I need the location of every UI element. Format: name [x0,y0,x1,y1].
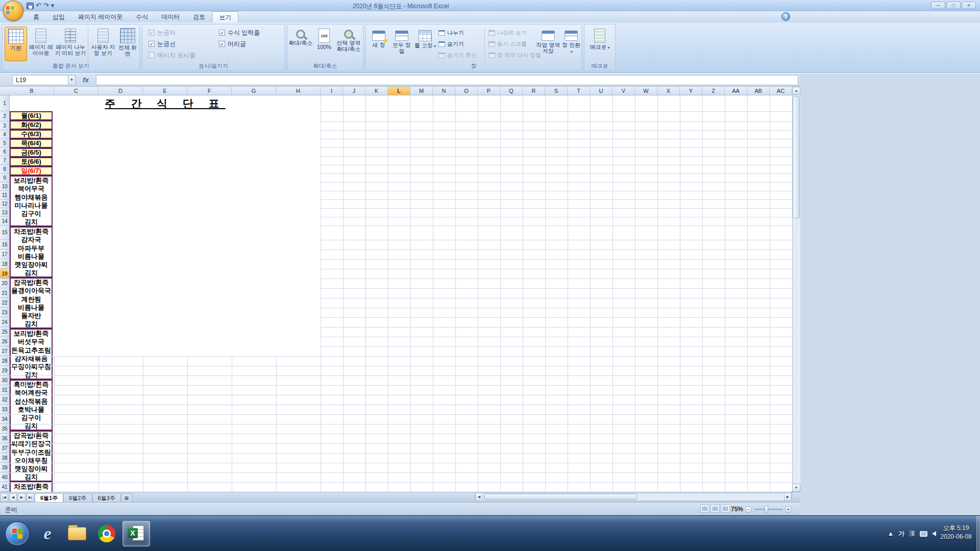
scroll-up-icon[interactable]: ▲ [792,87,800,95]
menu-cell[interactable]: 호박나물 [11,406,52,414]
row-header-2[interactable]: 2 [0,111,9,121]
menu-cell[interactable]: 햄야채볶음 [11,193,52,202]
zoom-out-icon[interactable]: − [745,506,752,513]
row-header-19[interactable]: 19 [0,269,9,279]
reset-window-position-button[interactable]: 창 위치 다시 정렬 [488,50,541,60]
page-layout-view-icon[interactable] [710,505,720,513]
menu-cell[interactable]: 오이채무침 [11,457,52,465]
checkbox-ruler[interactable]: ✓눈금자 [149,29,176,37]
column-header-W[interactable]: W [635,87,657,95]
tab-formulas[interactable]: 수식 [129,11,155,22]
page-layout-view-button[interactable]: 페이지 레이아웃 [28,27,54,61]
menu-cell[interactable]: 비름나물 [11,304,52,312]
first-sheet-icon[interactable]: |◀ [1,493,8,502]
row-header-4[interactable]: 4 [0,130,9,139]
full-screen-button[interactable]: 전체 화면 [117,27,138,61]
row-header-9[interactable]: 9 [0,173,9,182]
checkbox-headings[interactable]: ✓머리글 [219,40,246,48]
display-tray-icon[interactable] [920,531,927,537]
page-break-view-icon[interactable] [721,505,730,513]
day-header-cell[interactable]: 목(6/4) [10,139,53,148]
day-header-cell[interactable]: 수(6/3) [10,130,53,139]
sheet-tab-1[interactable]: 6월1주 [35,493,63,503]
menu-cell[interactable]: 북어계란국 [11,389,52,397]
menu-cell[interactable]: 감자국 [11,236,52,244]
horizontal-scrollbar[interactable]: ◀ ▶ [475,493,792,501]
show-desktop-button[interactable] [976,516,980,551]
taskbar-clock[interactable]: 오후 5:19 2020-06-08 [937,524,975,541]
column-header-U[interactable]: U [590,87,612,95]
day-header-cell[interactable]: 금(6/5) [10,148,53,157]
sheet-tab-3[interactable]: 6월3주 [92,493,121,503]
menu-cell[interactable]: 깻잎장아찌 [11,261,52,269]
row-header-12[interactable]: 12 [0,199,9,208]
tab-view[interactable]: 보기 [212,11,238,22]
day-header-cell[interactable]: 일(6/7) [10,166,53,176]
column-header-AA[interactable]: AA [725,87,747,95]
new-window-button[interactable]: 새 창 [368,27,389,61]
breakfast-block[interactable]: 흑미밥/흰죽북어계란국섭산적볶음호박나물김구이김치 [10,380,53,431]
menu-cell[interactable]: 두부구이조림 [11,448,52,457]
zoom-in-icon[interactable]: + [785,506,792,513]
row-header-32[interactable]: 32 [0,395,9,405]
row-header-7[interactable]: 7 [0,156,9,165]
redo-button[interactable]: ↷ [43,2,49,10]
save-workspace-button[interactable]: 작업 영역 저장 [535,27,561,61]
scroll-right-icon[interactable]: ▶ [784,493,792,500]
vertical-scroll-thumb[interactable] [793,96,800,218]
column-header-L[interactable]: L [388,87,410,95]
day-header-cell[interactable]: 월(6/1) [10,111,53,120]
taskbar-excel-active[interactable]: X [122,521,150,546]
menu-cell[interactable]: 북어무국 [11,185,52,193]
day-header-cell[interactable]: 화(6/2) [10,120,53,130]
column-header-T[interactable]: T [568,87,590,95]
last-sheet-icon[interactable]: ▶| [27,493,34,502]
column-header-C[interactable]: C [54,87,99,95]
freeze-panes-button[interactable]: 틀 고정▾ [414,27,436,61]
column-header-AC[interactable]: AC [770,87,792,95]
help-icon[interactable]: ? [781,12,790,21]
row-header-17[interactable]: 17 [0,249,9,259]
tab-data[interactable]: 데이터 [155,11,186,22]
breakfast-block[interactable]: 잡곡밥/흰죽올갱이아욱국계란찜비름나물돌자반김치 [10,278,53,329]
row-header-3[interactable]: 3 [0,121,9,130]
split-button[interactable]: 나누기 [438,28,464,38]
menu-cell[interactable]: 올갱이아욱국 [11,287,52,295]
arrange-all-button[interactable]: 모두 정렬 [390,27,413,61]
scroll-left-icon[interactable]: ◀ [475,493,483,500]
name-box[interactable]: L19 [12,75,68,85]
row-header-20[interactable]: 20 [0,279,9,288]
menu-cell[interactable]: 보리밥/흰죽 [11,330,52,338]
taskbar-chrome[interactable] [93,521,120,546]
column-header-N[interactable]: N [433,87,455,95]
sheet-tab-2[interactable]: 6월2주 [63,493,92,503]
row-header-37[interactable]: 37 [0,443,9,453]
column-header-O[interactable]: O [455,87,478,95]
menu-cell[interactable]: 김치 [11,473,52,481]
column-header-E[interactable]: E [143,87,187,95]
undo-button[interactable]: ↶ [36,2,41,10]
breakfast-block[interactable]: 차조밥/흰죽감자국마파두부비름나물깻잎장아찌김치 [10,227,53,278]
checkbox-formula-bar[interactable]: ✓수식 입력줄 [219,29,260,37]
row-header-39[interactable]: 39 [0,463,9,472]
minimize-button[interactable]: ─ [931,2,945,9]
row-header-11[interactable]: 11 [0,191,9,199]
column-header-Y[interactable]: Y [680,87,702,95]
ime-korean-indicator[interactable]: 가 [898,530,904,538]
column-header-D[interactable]: D [99,87,143,95]
menu-cell[interactable]: 잡곡밥/흰죽 [11,279,52,287]
menu-cell[interactable]: 돌자반 [11,312,52,320]
horizontal-scroll-thumb[interactable] [484,494,637,500]
menu-cell[interactable]: 김치 [11,218,52,226]
row-header-13[interactable]: 13 [0,208,9,217]
breakfast-block[interactable]: 보리밥/흰죽북어무국햄야채볶음미나리나물김구이김치 [10,176,53,227]
maximize-button[interactable]: □ [946,2,961,9]
row-header-31[interactable]: 31 [0,385,9,395]
menu-cell[interactable]: 김구이 [11,414,52,422]
tab-page-layout[interactable]: 페이지 레이아웃 [71,11,129,22]
column-header-J[interactable]: J [343,87,365,95]
menu-cell[interactable]: 비름나물 [11,253,52,261]
row-header-5[interactable]: 5 [0,139,9,147]
column-header-X[interactable]: X [657,87,680,95]
column-header-V[interactable]: V [612,87,635,95]
